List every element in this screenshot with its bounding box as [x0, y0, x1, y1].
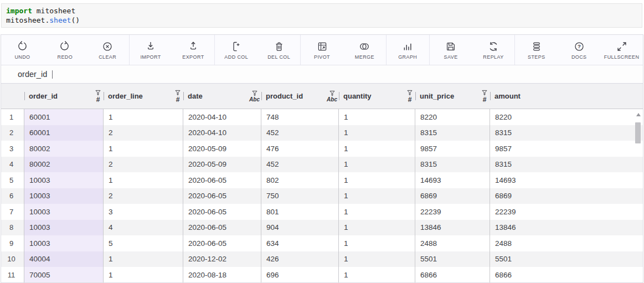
cell-order_line[interactable]: 1: [104, 141, 183, 157]
cell-quantity[interactable]: 1: [339, 204, 415, 220]
row-index[interactable]: 9: [1, 235, 24, 251]
cell-order_id[interactable]: 10003: [24, 204, 104, 220]
cell-amount[interactable]: 8315: [490, 157, 643, 173]
row-index[interactable]: 4: [1, 157, 24, 173]
cell-quantity[interactable]: 1: [339, 172, 415, 188]
cell-order_line[interactable]: 1: [104, 172, 183, 188]
cell-unit_price[interactable]: 8315: [415, 125, 490, 141]
row-index[interactable]: 11: [1, 267, 24, 282]
cell-amount[interactable]: 2488: [490, 235, 643, 251]
cell-quantity[interactable]: 1: [339, 235, 415, 251]
cell-unit_price[interactable]: 6869: [415, 188, 490, 204]
pivot-button[interactable]: PIVOT: [301, 35, 343, 65]
column-header-date[interactable]: dateAbc: [183, 84, 261, 109]
cell-amount[interactable]: 9857: [490, 141, 643, 157]
cell-date[interactable]: 2020-04-10: [183, 109, 261, 125]
cell-date[interactable]: 2020-06-05: [183, 235, 261, 251]
cell-date[interactable]: 2020-04-10: [183, 125, 261, 141]
cell-product_id[interactable]: 750: [261, 188, 339, 204]
cell-order_line[interactable]: 4: [104, 220, 183, 236]
cell-product_id[interactable]: 452: [261, 125, 339, 141]
row-index[interactable]: 1: [1, 109, 24, 125]
cell-unit_price[interactable]: 5501: [415, 251, 490, 267]
cell-product_id[interactable]: 802: [261, 172, 339, 188]
cell-order_line[interactable]: 1: [104, 109, 183, 125]
cell-date[interactable]: 2020-12-02: [183, 251, 261, 267]
cell-amount[interactable]: 6866: [490, 267, 643, 282]
cell-quantity[interactable]: 1: [339, 267, 415, 282]
save-button[interactable]: SAVE: [430, 35, 472, 65]
cell-unit_price[interactable]: 9857: [415, 141, 490, 157]
cell-order_line[interactable]: 2: [104, 125, 183, 141]
formula-bar[interactable]: order_id: [1, 65, 643, 84]
cell-unit_price[interactable]: 2488: [415, 235, 490, 251]
row-index[interactable]: 8: [1, 220, 24, 236]
undo-button[interactable]: UNDO: [1, 35, 44, 65]
del-col-button[interactable]: DEL COL: [257, 35, 300, 65]
cell-unit_price[interactable]: 13846: [415, 220, 490, 236]
cell-order_id[interactable]: 10003: [24, 188, 104, 204]
cell-unit_price[interactable]: 6866: [415, 267, 490, 282]
cell-order_id[interactable]: 60001: [24, 125, 104, 141]
cell-order_line[interactable]: 1: [104, 267, 183, 282]
cell-amount[interactable]: 6869: [490, 188, 643, 204]
cell-product_id[interactable]: 801: [261, 204, 339, 220]
cell-order_line[interactable]: 5: [104, 235, 183, 251]
cell-date[interactable]: 2020-08-18: [183, 267, 261, 282]
cell-order_id[interactable]: 40004: [24, 251, 104, 267]
row-index[interactable]: 6: [1, 188, 24, 204]
cell-product_id[interactable]: 476: [261, 141, 339, 157]
replay-button[interactable]: REPLAY: [472, 35, 515, 65]
steps-button[interactable]: STEPS: [515, 35, 558, 65]
column-header-unit_price[interactable]: unit_price#: [415, 84, 490, 109]
cell-quantity[interactable]: 1: [339, 220, 415, 236]
cell-date[interactable]: 2020-06-05: [183, 204, 261, 220]
cell-amount[interactable]: 8315: [490, 125, 643, 141]
cell-order_line[interactable]: 1: [104, 251, 183, 267]
row-index[interactable]: 7: [1, 204, 24, 220]
cell-date[interactable]: 2020-06-05: [183, 188, 261, 204]
cell-order_id[interactable]: 70005: [24, 267, 104, 282]
cell-quantity[interactable]: 1: [339, 141, 415, 157]
merge-button[interactable]: MERGE: [343, 35, 386, 65]
cell-amount[interactable]: 22239: [490, 204, 643, 220]
row-index[interactable]: 2: [1, 125, 24, 141]
scroll-up-arrow-icon[interactable]: [636, 113, 641, 116]
cell-date[interactable]: 2020-05-09: [183, 157, 261, 173]
fullscreen-button[interactable]: FULLSCREEN: [600, 35, 643, 65]
cell-quantity[interactable]: 1: [339, 109, 415, 125]
cell-order_id[interactable]: 10003: [24, 172, 104, 188]
clear-button[interactable]: CLEAR: [86, 35, 129, 65]
cell-quantity[interactable]: 1: [339, 157, 415, 173]
cell-quantity[interactable]: 1: [339, 125, 415, 141]
column-header-amount[interactable]: amount: [490, 84, 643, 109]
row-index[interactable]: 10: [1, 251, 24, 267]
cell-order_id[interactable]: 80002: [24, 141, 104, 157]
docs-button[interactable]: DOCS: [558, 35, 600, 65]
scrollbar-thumb[interactable]: [635, 122, 641, 143]
graph-button[interactable]: GRAPH: [387, 35, 429, 65]
vertical-scrollbar[interactable]: [635, 110, 642, 282]
cell-quantity[interactable]: 1: [339, 188, 415, 204]
cell-order_line[interactable]: 3: [104, 204, 183, 220]
cell-unit_price[interactable]: 14693: [415, 172, 490, 188]
cell-order_id[interactable]: 10003: [24, 235, 104, 251]
cell-product_id[interactable]: 748: [261, 109, 339, 125]
cell-product_id[interactable]: 634: [261, 235, 339, 251]
cell-unit_price[interactable]: 8220: [415, 109, 490, 125]
column-header-order_line[interactable]: order_line#: [104, 84, 183, 109]
cell-unit_price[interactable]: 8315: [415, 157, 490, 173]
cell-product_id[interactable]: 904: [261, 220, 339, 236]
cell-order_line[interactable]: 2: [104, 157, 183, 173]
cell-order_line[interactable]: 2: [104, 188, 183, 204]
cell-quantity[interactable]: 1: [339, 251, 415, 267]
row-index[interactable]: 5: [1, 172, 24, 188]
cell-order_id[interactable]: 10003: [24, 220, 104, 236]
cell-unit_price[interactable]: 22239: [415, 204, 490, 220]
cell-amount[interactable]: 5501: [490, 251, 643, 267]
column-header-product_id[interactable]: product_idAbc: [261, 84, 339, 109]
column-header-quantity[interactable]: quantity#: [339, 84, 415, 109]
cell-amount[interactable]: 14693: [490, 172, 643, 188]
cell-amount[interactable]: 8220: [490, 109, 643, 125]
cell-order_id[interactable]: 60001: [24, 109, 104, 125]
